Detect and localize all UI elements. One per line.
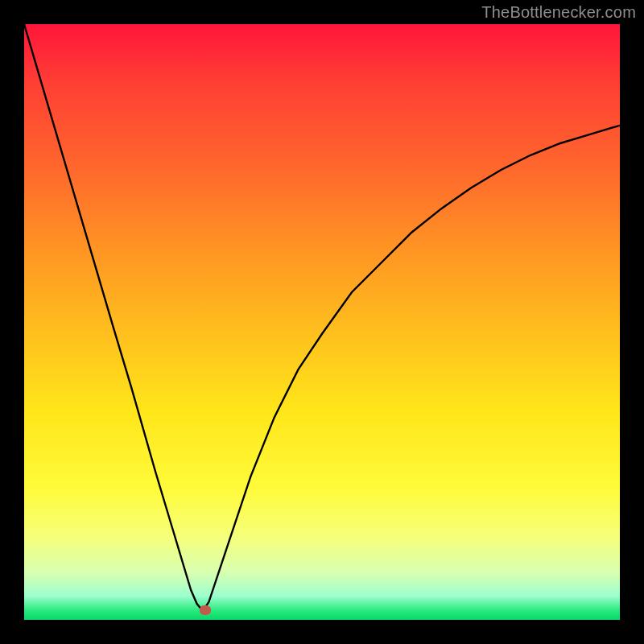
optimal-point-marker [200, 605, 211, 615]
plot-area [24, 24, 620, 620]
chart-frame: TheBottlenecker.com [0, 0, 644, 644]
curve-path [24, 24, 620, 611]
watermark-text: TheBottlenecker.com [481, 3, 636, 22]
bottleneck-curve [24, 24, 620, 620]
